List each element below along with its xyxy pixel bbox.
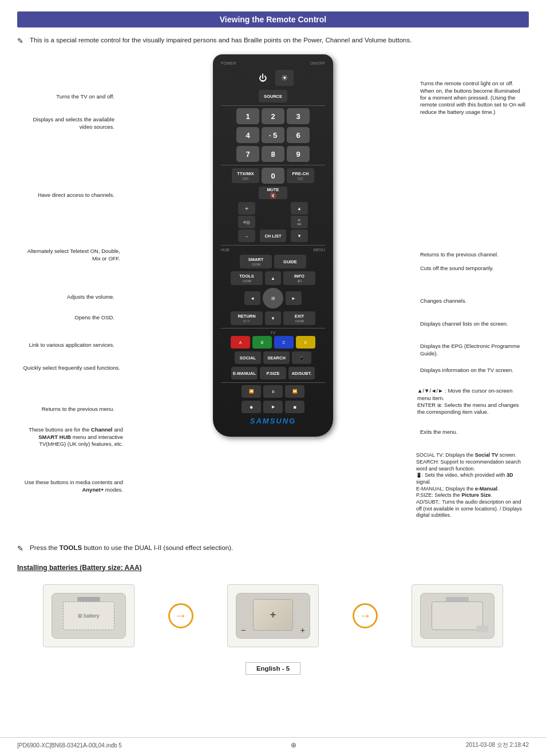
ann-direct-channel: Have direct access to channels.	[23, 192, 114, 199]
onoff-label: ON/OFF	[310, 61, 325, 65]
bottom-note: Press the TOOLS button to use the DUAL I…	[17, 543, 529, 553]
battery-img-3	[412, 584, 503, 647]
btn-6[interactable]: 6	[287, 127, 310, 143]
ann-tv-onoff: Turns the TV on and off.	[23, 93, 114, 100]
ann-prev-ch: Returns to the previous channel.	[420, 251, 526, 258]
ann-tools: Quickly select frequently used functions…	[23, 365, 120, 371]
ffwd-button[interactable]: ⏩	[285, 385, 304, 398]
ann-ch-list: Displays channel lists on the screen.	[420, 320, 526, 327]
battery-img-1: ⊞ battery	[43, 584, 134, 647]
psize-button[interactable]: P.SIZE	[260, 367, 286, 379]
record-button[interactable]: ⏺	[242, 401, 261, 413]
right-arrow-button[interactable]: ►	[286, 291, 302, 305]
onoff-button[interactable]: ☀	[275, 70, 294, 86]
guide-button[interactable]: GUIDE	[274, 255, 306, 268]
page: Viewing the Remote Control This is a spe…	[0, 0, 546, 756]
num-row-2: 4 · 5 6	[221, 127, 325, 143]
page-number: English - 5	[246, 662, 300, 675]
ann-cursor: ▲/▼/◄/► : Move the cursor on-screen menu…	[417, 387, 526, 415]
btn-d[interactable]: D	[296, 336, 315, 349]
pause-button[interactable]: ⏸	[263, 385, 283, 398]
power-button[interactable]: ⏻	[252, 69, 273, 87]
btn-0[interactable]: 0	[262, 168, 284, 184]
down-arrow-button[interactable]: ▼	[265, 311, 281, 325]
ann-osd: Opens the OSD.	[23, 314, 114, 321]
diagram-area: POWER ON/OFF ⏻ ☀ SOURCE	[17, 54, 529, 535]
rewind-button[interactable]: ⏪	[242, 385, 261, 398]
remote-control: POWER ON/OFF ⏻ ☀ SOURCE	[213, 54, 333, 437]
smart-button[interactable]: SMART ⊡⊡⊞	[240, 255, 272, 268]
play-button[interactable]: ▶	[263, 401, 283, 413]
return-exit-row: RETURN ⊡ ↩ ▼ EXIT ⊡⊡⊞	[221, 311, 325, 325]
media-row-1: ⏪ ⏸ ⏩	[221, 385, 325, 398]
ann-return: Returns to the previous menu.	[23, 406, 114, 413]
source-row: SOURCE	[221, 90, 325, 102]
ch-up-button[interactable]: ▲	[291, 202, 308, 215]
social-button[interactable]: SOCIAL	[235, 351, 261, 364]
remote-body: POWER ON/OFF ⏻ ☀ SOURCE	[213, 54, 333, 437]
btn-1[interactable]: 1	[236, 108, 259, 124]
ttx-button[interactable]: TTX/MIX ⊡⊡	[232, 168, 259, 183]
ann-channel-smart: These buttons are for the Channel and SM…	[20, 426, 123, 448]
return-button[interactable]: RETURN ⊡ ↩	[231, 311, 263, 325]
btn-c[interactable]: C	[274, 336, 294, 349]
prech-button[interactable]: PRE-CH ≡◫	[287, 168, 314, 183]
ann-exit: Exits the menu.	[420, 429, 526, 436]
divider-1	[221, 105, 325, 106]
btn-5[interactable]: · 5	[262, 127, 284, 143]
btn-3[interactable]: 3	[287, 108, 310, 124]
enter-button[interactable]: ⊞	[263, 288, 283, 308]
3d-button[interactable]: 📱	[292, 351, 311, 364]
ann-info: Displays information on the TV screen.	[420, 367, 526, 374]
tools-button[interactable]: TOOLS ⊡⊡⊞	[231, 271, 263, 285]
intro-note: This is a special remote control for the…	[17, 35, 529, 45]
social-row: SOCIAL SEARCH 📱	[221, 351, 325, 364]
tv-label: TV	[221, 331, 325, 335]
btn-a[interactable]: A	[231, 336, 250, 349]
tools-info-row: TOOLS ⊡⊡⊞ ▲ INFO ℹ⊡	[221, 271, 325, 285]
hub-label: HUB	[221, 248, 230, 252]
btn-7[interactable]: 7	[236, 146, 259, 162]
info-button[interactable]: INFO ℹ⊡	[283, 271, 315, 285]
ann-epg: Displays the EPG (Electronic Programme G…	[420, 343, 526, 357]
ch-down-button[interactable]: ▼	[291, 229, 308, 242]
ann-backlight: Turns the remote control light on or off…	[420, 80, 526, 116]
arrow-right-2: →	[353, 603, 378, 628]
num-row-1: 1 2 3	[221, 108, 325, 124]
btn-9[interactable]: 9	[287, 146, 310, 162]
abcd-row: A B C D	[221, 336, 325, 349]
mute-button[interactable]: MUTE 🔇	[259, 187, 287, 199]
adsubt-button[interactable]: AD/SUBT.	[288, 367, 315, 379]
exit-button[interactable]: EXIT ⊡⊡⊞	[283, 311, 315, 325]
footer-left: [PD6900-XC]BN68-03421A-00L04.indb 5	[17, 742, 122, 749]
chlist-button[interactable]: CH LIST	[260, 229, 286, 242]
osd-button[interactable]: ≡◎	[238, 216, 255, 228]
ttx-row: TTX/MIX ⊡⊡ 0 PRE-CH ≡◫	[221, 168, 325, 184]
btn-8[interactable]: 8	[262, 146, 284, 162]
btn-b[interactable]: B	[252, 336, 272, 349]
ann-change-ch: Changes channels.	[420, 298, 526, 304]
menu-label: MENU	[313, 248, 325, 252]
arrow-right-1: →	[168, 603, 193, 628]
vol-up-button[interactable]: +	[238, 202, 255, 215]
divider-5	[221, 382, 325, 383]
search-button[interactable]: SEARCH	[263, 351, 290, 364]
left-arrow-button[interactable]: ◄	[244, 291, 260, 305]
btn-2[interactable]: 2	[262, 108, 284, 124]
battery-img-2: + − +	[227, 584, 319, 647]
source-button[interactable]: SOURCE	[259, 90, 287, 102]
up-arrow-button[interactable]: ▲	[265, 271, 281, 285]
stop-button[interactable]: ⏹	[285, 401, 304, 413]
ann-smart: Link to various application services.	[23, 342, 114, 349]
smart-guide-row: SMART ⊡⊡⊞ GUIDE	[221, 255, 325, 268]
emanual-button[interactable]: E-MANUAL	[231, 367, 258, 379]
divider-2	[221, 165, 325, 165]
direction-row: ◄ ⊞ ►	[221, 288, 325, 308]
btn-4[interactable]: 4	[236, 127, 259, 143]
volume-group: + ≡◎ -	[238, 202, 255, 242]
vol-down-button[interactable]: -	[238, 229, 255, 242]
ann-media: Use these buttons in media contents and …	[23, 479, 123, 493]
ann-mute-right: Cuts off the sound temporarily.	[420, 265, 526, 272]
power-label: POWER	[221, 61, 236, 65]
divider-3	[221, 245, 325, 246]
